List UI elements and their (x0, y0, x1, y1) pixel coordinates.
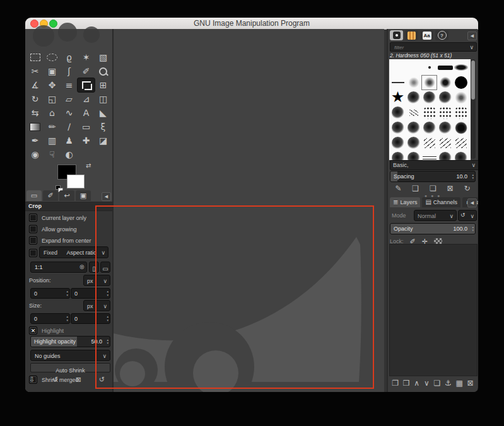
brush-item[interactable] (390, 135, 406, 151)
tool-foreground-select[interactable]: ▣ (44, 64, 61, 78)
brush-item[interactable] (453, 60, 469, 75)
brush-item[interactable] (406, 60, 421, 75)
tab-fonts[interactable]: Aa (420, 30, 433, 40)
layers-list[interactable] (389, 244, 478, 376)
tool-free-select[interactable]: ϱ (61, 50, 78, 64)
save-tool-preset-button[interactable]: ⇩ (29, 376, 35, 384)
tool-shear[interactable]: ▱ (61, 92, 78, 106)
brush-item[interactable] (421, 135, 437, 151)
tool-heal[interactable]: ✚ (78, 134, 95, 147)
brush-item[interactable] (453, 105, 469, 120)
brush-item[interactable] (437, 120, 453, 135)
brush-item[interactable] (406, 151, 421, 160)
brush-item[interactable] (437, 105, 453, 120)
tool-rotate[interactable]: ↻ (26, 92, 44, 106)
duplicate-layer-button[interactable]: ❏ (433, 379, 440, 388)
brush-item[interactable] (406, 90, 421, 105)
checkbox[interactable] (29, 249, 37, 257)
tab-channels[interactable]: ▤ Channels (422, 197, 460, 207)
tab-patterns[interactable] (405, 30, 418, 40)
merge-layer-button[interactable]: ▦ (455, 379, 462, 388)
brush-item[interactable] (437, 90, 453, 105)
tool-warp-transform[interactable]: ∿ (61, 106, 78, 120)
stepper-arrows[interactable]: ▴▾ (472, 171, 474, 181)
tool-handle-transform[interactable]: ⊿ (78, 92, 95, 106)
brush-item[interactable] (421, 105, 437, 120)
brush-item[interactable] (390, 120, 406, 135)
tool-options-dock-menu-button[interactable]: ◀ (102, 192, 111, 201)
brush-grid-scrollbar[interactable] (471, 59, 476, 159)
background-color-swatch[interactable] (67, 175, 85, 188)
checkbox[interactable] (29, 225, 37, 233)
brush-filter-input[interactable] (393, 43, 465, 52)
tool-select-by-color[interactable]: ▧ (95, 50, 112, 64)
tool-measure[interactable]: ∡ (26, 78, 44, 92)
tool-paintbrush[interactable]: ∕ (61, 120, 78, 134)
tool-color-picker[interactable]: ✐ (78, 64, 95, 78)
stepper-arrows[interactable]: ▴▾ (66, 289, 68, 298)
brush-item[interactable] (453, 135, 469, 151)
brush-tag-filter[interactable]: Basic, ∨ (390, 160, 478, 170)
layers-dock-menu-button[interactable]: ◀ (467, 199, 477, 207)
restore-tool-preset-button[interactable]: ↺ (52, 376, 58, 384)
brush-item[interactable] (421, 151, 437, 160)
tool-bucket-fill[interactable]: ◣ (95, 106, 112, 120)
tool-scale[interactable]: ◱ (44, 92, 61, 106)
tool-flip[interactable]: ⇆ (26, 106, 44, 120)
tool-rectangle-select[interactable] (26, 50, 44, 64)
option-current-layer-only[interactable]: Current layer only (29, 214, 86, 222)
tool-intelligent-scissors[interactable]: ✂ (26, 64, 44, 78)
tool-paths[interactable]: ʃ (61, 64, 78, 78)
new-brush-button[interactable]: ❑ (412, 184, 419, 193)
chevron-down-icon[interactable]: ∨ (469, 44, 474, 50)
mode-switch-button[interactable]: ↺ ∨ (458, 210, 477, 221)
tool-cage-transform[interactable]: ⌂ (44, 106, 61, 120)
brushes-dock-menu-button[interactable]: ◀ (467, 32, 477, 40)
brush-item[interactable] (421, 90, 437, 105)
stepper-arrows[interactable]: ▴▾ (472, 224, 474, 234)
delete-layer-button[interactable]: ⊠ (467, 379, 474, 388)
tool-blur-sharpen[interactable]: ◉ (26, 147, 44, 161)
tool-smudge[interactable]: ☟ (44, 147, 61, 161)
tab-undo-history[interactable]: ↩ (59, 190, 74, 201)
tab-help[interactable]: ? (435, 30, 448, 40)
tool-3d-transform[interactable]: ◫ (95, 92, 112, 106)
tool-mypaint-brush[interactable]: ♟ (61, 134, 78, 147)
tool-ellipse-select[interactable] (44, 50, 61, 64)
tool-gradient[interactable] (26, 120, 44, 134)
brush-item[interactable] (390, 90, 406, 105)
brush-item[interactable] (453, 90, 469, 105)
delete-tool-preset-button[interactable]: ⊠ (76, 376, 81, 384)
raise-layer-button[interactable]: ∧ (414, 379, 419, 388)
tool-align[interactable]: ≡ (61, 78, 78, 92)
brush-spacing-slider[interactable]: Spacing 10.0 ▴▾ (390, 171, 476, 182)
tool-clone[interactable]: ▥ (44, 134, 61, 147)
brush-item[interactable] (406, 120, 421, 135)
anchor-layer-button[interactable]: ⚓ (445, 379, 452, 388)
lower-layer-button[interactable]: ∨ (424, 379, 430, 388)
tool-zoom[interactable] (95, 64, 112, 78)
layer-mode-dropdown[interactable]: Normal ∨ (414, 210, 457, 221)
tab-layers[interactable]: ≣ Layers (390, 197, 420, 207)
brush-item[interactable] (437, 151, 453, 160)
brush-item[interactable] (390, 60, 406, 75)
brush-item[interactable] (437, 135, 453, 151)
checkbox[interactable] (29, 236, 37, 245)
brush-item[interactable] (406, 135, 421, 151)
tab-device-status[interactable]: ✐ (43, 190, 58, 201)
tab-images[interactable]: ▣ (76, 190, 91, 201)
brush-item[interactable] (390, 151, 406, 160)
layer-opacity-slider[interactable]: Opacity 100.0 ▴▾ (390, 223, 476, 234)
tool-unified-transform[interactable]: ⊞ (95, 78, 112, 92)
tool-crop[interactable] (78, 78, 95, 92)
tool-fuzzy-select[interactable]: ✶ (78, 50, 95, 64)
brush-item[interactable] (421, 75, 437, 90)
brush-item[interactable] (421, 120, 437, 135)
tool-move[interactable]: ✥ (44, 78, 61, 92)
checkbox-checked[interactable]: ✕ (29, 326, 37, 335)
brush-item[interactable] (453, 75, 469, 90)
refresh-brushes-button[interactable]: ↻ (464, 184, 470, 193)
aspect-ratio-field[interactable]: 1:1 ⊗ (30, 262, 87, 273)
tool-eraser[interactable]: ▭ (78, 120, 95, 134)
clear-icon[interactable]: ⊗ (79, 264, 85, 270)
